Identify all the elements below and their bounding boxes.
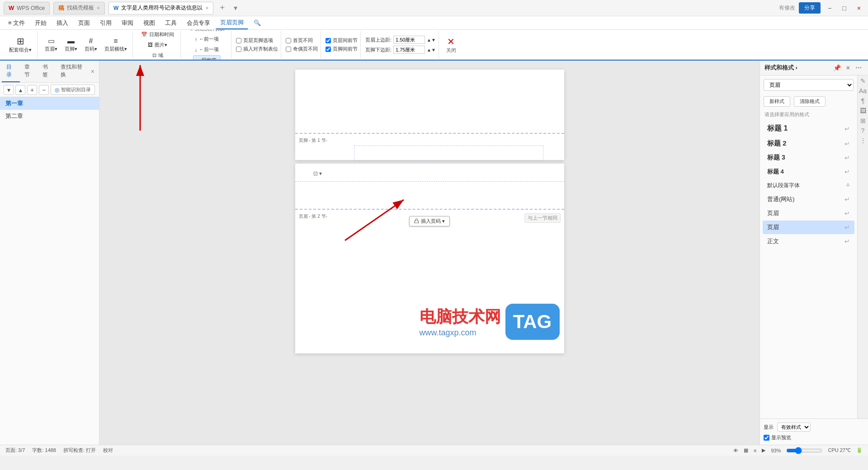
page1-footer[interactable]: 页脚 - 第 1 节- — [295, 133, 564, 167]
toc-remove-btn[interactable]: − — [39, 85, 49, 95]
toolbar-btn-datetime[interactable]: 📅 日期和时间 — [137, 30, 178, 39]
doc-tab-close[interactable]: × — [205, 5, 208, 11]
page2-header[interactable]: ⊡ ▾ — [295, 164, 564, 182]
toolbar-btn-footer[interactable]: ▬ 页脚▾ — [62, 36, 80, 54]
side-icon-7[interactable]: ⋮ — [860, 137, 866, 144]
margin-top-spinner[interactable]: ▲▼ — [427, 38, 436, 42]
margin-bottom-spinner[interactable]: ▲▼ — [427, 47, 436, 52]
toolbar-btn-same-section[interactable]: ≡ 同前节 — [193, 55, 221, 61]
display-select[interactable]: 有效样式 所有样式 — [777, 423, 811, 432]
style-header1[interactable]: 页眉 ↵ — [763, 207, 854, 220]
share-button[interactable]: 分享 — [799, 2, 821, 14]
chk-oddeven[interactable] — [286, 47, 291, 52]
tab-arrow[interactable]: ▾ — [231, 4, 240, 12]
opt-oddeven[interactable]: 奇偶页不同 — [286, 46, 318, 52]
restore-btn[interactable]: □ — [839, 4, 849, 13]
toolbar-close-btn[interactable]: ✕ 关闭 — [443, 33, 459, 56]
side-icon-6[interactable]: ? — [861, 127, 865, 134]
footer-icon: ▬ — [67, 38, 75, 45]
toc-item-chapter1[interactable]: 第一章 — [0, 97, 99, 110]
toc-add-btn[interactable]: + — [27, 85, 37, 95]
clear-format-btn[interactable]: 清除格式 — [794, 96, 826, 107]
toolbar-btn-pageno[interactable]: # 页码▾ — [82, 36, 100, 54]
style-h3[interactable]: 标题 3 ↵ — [763, 151, 854, 164]
template-tab[interactable]: 稿 找稿壳模板 × — [53, 2, 105, 14]
panel-close-btn[interactable]: × — [844, 63, 852, 72]
opt-firstpage[interactable]: 首页不同 — [286, 37, 318, 44]
insert-pageno-label: 插入页码 ▾ — [421, 218, 445, 225]
add-tab-btn[interactable]: + — [217, 3, 227, 13]
toolbar-btn-header[interactable]: ▭ 页眉▾ — [42, 36, 60, 54]
opt-footer-section[interactable]: 页脚间前节 — [326, 46, 358, 52]
menu-review[interactable]: 审阅 — [117, 17, 138, 29]
toolbar-btn-hline[interactable]: ≡ 页层横线▾ — [102, 36, 130, 54]
menu-header-footer[interactable]: 页眉页脚 — [216, 17, 248, 29]
template-tab-close[interactable]: × — [97, 5, 100, 11]
toolbar-btn-next[interactable]: ↓ ←后一项 — [191, 45, 223, 54]
view-mode-icon3[interactable]: ≡ — [754, 448, 756, 453]
chk-align-tab[interactable] — [236, 47, 241, 52]
insert-pageno-btn[interactable]: 凸 插入页码 ▾ — [409, 216, 450, 226]
toolbar-btn-suite[interactable]: ⊞ 配套组合▾ — [6, 35, 34, 55]
wps-office-tab[interactable]: W WPS Office — [4, 2, 50, 14]
sidebar-tab-find[interactable]: 查找和替换 — [56, 61, 88, 82]
view-mode-icon1[interactable]: 👁 — [733, 448, 738, 453]
toc-item-chapter2[interactable]: 第二章 — [0, 110, 99, 122]
opt-header-footer[interactable]: 页层页脚选项 — [236, 37, 278, 44]
style-h4[interactable]: 标题 4 ↵ — [763, 165, 854, 179]
menu-vip[interactable]: 会员专享 — [182, 17, 215, 29]
minimize-btn[interactable]: − — [824, 4, 835, 13]
menu-file[interactable]: ≡ 文件 — [4, 17, 29, 29]
style-h1[interactable]: 标题 1 ↵ — [763, 121, 854, 136]
chk-footer-section[interactable] — [326, 47, 331, 52]
menu-page[interactable]: 页面 — [74, 17, 94, 29]
new-style-btn[interactable]: 新样式 — [764, 96, 790, 107]
ai-toc-btn[interactable]: ◎ 智能识别目录 — [51, 85, 95, 95]
opt-header-section[interactable]: 页层间前节 — [326, 37, 358, 44]
panel-pin-btn[interactable]: 📌 — [831, 63, 843, 72]
margin-top-input[interactable] — [393, 36, 425, 44]
sidebar-close-btn[interactable]: × — [88, 66, 97, 77]
show-preview-chk[interactable] — [764, 435, 769, 441]
panel-more-btn[interactable]: ⋯ — [854, 63, 863, 72]
menu-start[interactable]: 开始 — [30, 17, 51, 29]
style-h2[interactable]: 标题 2 ↵ — [763, 136, 854, 150]
page1-footer-content[interactable] — [354, 146, 543, 161]
opt-align-tab[interactable]: 插入对齐制表位 — [236, 46, 278, 52]
close-btn[interactable]: × — [854, 4, 864, 13]
side-icon-4[interactable]: 🖼 — [860, 107, 866, 114]
page2-footer[interactable]: 页眉 - 第 2 节- 与上一节相同 凸 插入页码 ▾ — [295, 209, 564, 240]
sidebar-tab-chapter[interactable]: 章节 — [20, 61, 38, 82]
chk-firstpage[interactable] — [286, 38, 291, 43]
toolbar-btn-field[interactable]: ⊡ 域 — [149, 51, 167, 60]
side-icon-2[interactable]: Aa — [859, 87, 867, 94]
side-icon-1[interactable]: ✎ — [860, 77, 866, 85]
menu-insert[interactable]: 插入 — [52, 17, 73, 29]
sidebar-tab-bookmark[interactable]: 书签 — [38, 61, 56, 82]
toolbar-btn-image[interactable]: 🖼 图片▾ — [144, 40, 171, 50]
view-mode-icon2[interactable]: ▦ — [744, 447, 748, 453]
zoom-slider[interactable] — [786, 447, 822, 454]
toolbar-btn-prev[interactable]: ↑ ←前一项 — [191, 34, 223, 44]
menu-view[interactable]: 视图 — [139, 17, 160, 29]
chk-header-section[interactable] — [326, 38, 331, 43]
style-default[interactable]: 默认段落字体 ≙ — [763, 179, 854, 192]
side-icon-5[interactable]: ⊞ — [860, 117, 866, 124]
style-body[interactable]: 正文 ↵ — [763, 235, 854, 248]
margin-bottom-input[interactable] — [393, 46, 425, 54]
toc-up-btn[interactable]: ▴ — [15, 85, 25, 95]
style-normal-web[interactable]: 普通(网站) ↵ — [763, 193, 854, 206]
chk-header-footer[interactable] — [236, 38, 241, 43]
side-icon-3[interactable]: ¶ — [861, 97, 865, 104]
play-btn[interactable]: ▶ — [762, 447, 765, 453]
style-selector[interactable]: 页眉 — [764, 79, 854, 91]
doc-tab[interactable]: W 文字是人类用符号记录表达信息以 × — [108, 2, 213, 14]
style-header2[interactable]: 页眉 ↵ — [763, 221, 854, 234]
toc-collapse-btn[interactable]: ▾ — [4, 85, 14, 95]
toolbar-btn-hf-switch[interactable]: ⇅ 页眉页脚切换 — [185, 30, 228, 33]
doc-area[interactable]: 页脚 - 第 1 节- ⊡ ▾ 页眉 - 第 2 节- 与上一节相同 — [99, 61, 760, 445]
menu-search[interactable]: 🔍 — [249, 18, 265, 28]
menu-tools[interactable]: 工具 — [160, 17, 181, 29]
menu-ref[interactable]: 引用 — [95, 17, 116, 29]
sidebar-tab-toc[interactable]: 目录 — [2, 61, 20, 82]
